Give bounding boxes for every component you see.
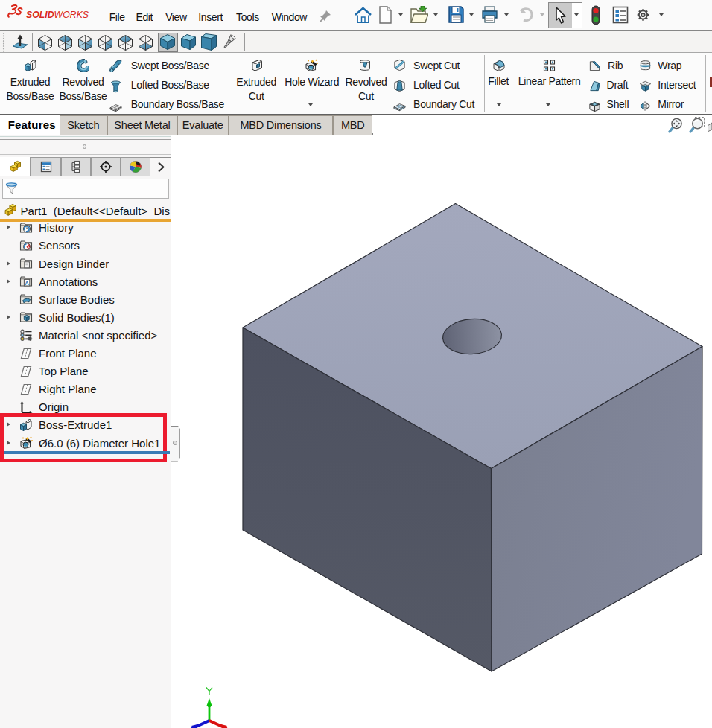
svg-text:SOLIDWORKS: SOLIDWORKS: [26, 10, 89, 20]
